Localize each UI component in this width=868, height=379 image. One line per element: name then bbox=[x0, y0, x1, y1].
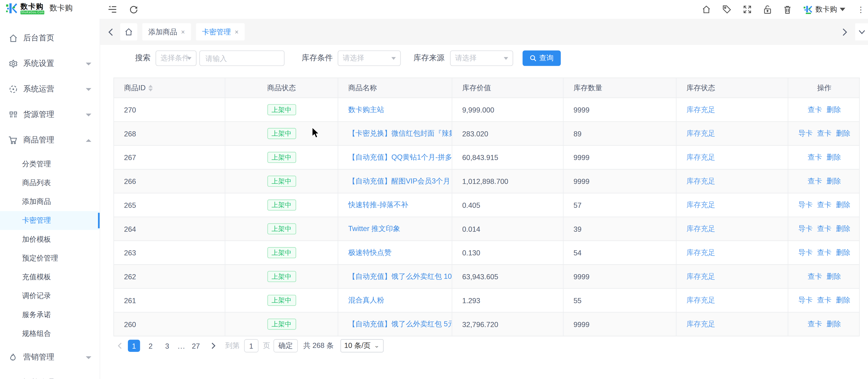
action-删除[interactable]: 删除 bbox=[836, 295, 850, 305]
page-button-27[interactable]: 27 bbox=[190, 340, 202, 352]
product-name-link[interactable]: 快速转推-掉落不补 bbox=[348, 200, 408, 210]
sidebar-item-系统运营[interactable]: 系统运营 bbox=[0, 77, 100, 102]
product-name-link[interactable]: 混合真人粉 bbox=[348, 295, 384, 305]
sidebar-subitem-服务承诺[interactable]: 服务承诺 bbox=[0, 305, 100, 324]
kebab-menu-icon[interactable]: ⋮ bbox=[857, 6, 865, 13]
product-id: 266 bbox=[124, 177, 136, 185]
action-删除[interactable]: 删除 bbox=[827, 176, 841, 186]
fullscreen-icon[interactable] bbox=[743, 5, 752, 14]
grid-boxes-icon bbox=[8, 110, 18, 119]
lock-icon[interactable] bbox=[763, 5, 772, 14]
chevron-down-icon bbox=[86, 113, 91, 116]
action-删除[interactable]: 删除 bbox=[836, 128, 850, 139]
action-删除[interactable]: 删除 bbox=[827, 272, 841, 282]
tabs-dropdown-button[interactable] bbox=[855, 23, 868, 40]
action-查卡[interactable]: 查卡 bbox=[817, 200, 831, 210]
page-button-3[interactable]: 3 bbox=[161, 340, 173, 352]
confirm-button[interactable]: 确定 bbox=[273, 339, 298, 352]
query-button[interactable]: 查询 bbox=[523, 50, 561, 66]
sidebar-subitem-添加商品[interactable]: 添加商品 bbox=[0, 192, 100, 211]
status-badge: 上架中 bbox=[267, 318, 296, 330]
action-删除[interactable]: 删除 bbox=[827, 152, 841, 163]
action-导卡[interactable]: 导卡 bbox=[798, 248, 813, 258]
action-查卡[interactable]: 查卡 bbox=[808, 152, 822, 163]
product-name-link[interactable]: 极速特快点赞 bbox=[348, 248, 391, 258]
product-name-link[interactable]: 【自动充值】QQ黄钻1个月-拼多... bbox=[348, 152, 452, 163]
page-button-1[interactable]: 1 bbox=[128, 340, 140, 352]
brand-logo[interactable]: 数卡购 ShuKaGou.Com 数卡购 bbox=[6, 2, 73, 14]
tag-icon[interactable] bbox=[722, 5, 731, 14]
sidebar-subitem-调价记录[interactable]: 调价记录 bbox=[0, 287, 100, 305]
action-查卡[interactable]: 查卡 bbox=[808, 319, 822, 329]
sidebar-item-营销管理[interactable]: 营销管理 bbox=[0, 345, 100, 370]
column-header-商品ID[interactable]: 商品ID bbox=[114, 78, 225, 98]
action-查卡[interactable]: 查卡 bbox=[817, 128, 831, 139]
action-导卡[interactable]: 导卡 bbox=[798, 295, 813, 305]
sidebar-item-后台首页[interactable]: 后台首页 bbox=[0, 26, 100, 51]
action-查卡[interactable]: 查卡 bbox=[817, 295, 831, 305]
product-name-link[interactable]: 【自动充值】饿了么外卖红包 5元 bbox=[348, 319, 452, 329]
sidebar-subitem-分类管理[interactable]: 分类管理 bbox=[0, 155, 100, 174]
action-查卡[interactable]: 查卡 bbox=[817, 248, 831, 258]
stock-condition-select[interactable]: 请选择 bbox=[338, 50, 401, 66]
tab-添加商品[interactable]: 添加商品× bbox=[142, 23, 191, 40]
submenu: 分类管理商品列表添加商品卡密管理加价模板预定价管理充值模板调价记录服务承诺规格组… bbox=[0, 155, 100, 343]
sidebar-subitem-充值模板[interactable]: 充值模板 bbox=[0, 268, 100, 287]
sort-icon[interactable] bbox=[148, 84, 153, 91]
product-name-link[interactable]: Twitter 推文印象 bbox=[348, 224, 400, 234]
sidebar-subitem-卡密管理[interactable]: 卡密管理 bbox=[0, 211, 100, 230]
action-删除[interactable]: 删除 bbox=[827, 319, 841, 329]
search-condition-select[interactable]: 选择条件 bbox=[155, 50, 196, 66]
tabs-back-icon[interactable] bbox=[108, 19, 114, 45]
page-size-select[interactable]: 10 条/页 ⌄ bbox=[340, 339, 383, 352]
tab-home[interactable] bbox=[120, 23, 137, 40]
action-查卡[interactable]: 查卡 bbox=[808, 272, 822, 282]
status-badge: 上架中 bbox=[267, 223, 296, 234]
sidebar-subitem-加价模板[interactable]: 加价模板 bbox=[0, 230, 100, 249]
product-name-link[interactable]: 数卡购主站 bbox=[348, 105, 384, 115]
close-icon[interactable]: × bbox=[181, 28, 185, 36]
action-导卡[interactable]: 导卡 bbox=[798, 128, 813, 139]
home-icon[interactable] bbox=[702, 5, 711, 14]
tab-卡密管理[interactable]: 卡密管理× bbox=[196, 23, 245, 40]
product-name-link[interactable]: 【自动充值】饿了么外卖红包 10... bbox=[348, 272, 452, 282]
status-badge: 上架中 bbox=[267, 128, 296, 139]
sidebar-nav: 后台首页系统设置系统运营货源管理商品管理分类管理商品列表添加商品卡密管理加价模板… bbox=[0, 19, 100, 379]
action-删除[interactable]: 删除 bbox=[827, 105, 841, 115]
sidebar-subitem-商品列表[interactable]: 商品列表 bbox=[0, 174, 100, 192]
sidebar-subitem-规格组合[interactable]: 规格组合 bbox=[0, 324, 100, 343]
action-查卡[interactable]: 查卡 bbox=[808, 176, 822, 186]
refresh-icon[interactable] bbox=[127, 0, 140, 19]
action-导卡[interactable]: 导卡 bbox=[798, 200, 813, 210]
dial-icon bbox=[8, 84, 18, 94]
product-name-link[interactable]: 【自动充值】醒图VIP会员3个月 bbox=[348, 176, 450, 186]
action-删除[interactable]: 删除 bbox=[836, 224, 850, 234]
cell: 32,796.720 bbox=[452, 313, 563, 336]
stock-status: 库存充足 bbox=[686, 272, 715, 282]
prev-page-icon[interactable] bbox=[114, 340, 126, 352]
product-id: 265 bbox=[124, 201, 136, 209]
stock-source-select[interactable]: 请选择 bbox=[450, 50, 513, 66]
product-name-link[interactable]: 【卡密兑换】微信红包封面『辣舞... bbox=[348, 128, 452, 139]
action-删除[interactable]: 删除 bbox=[836, 200, 850, 210]
search-input[interactable] bbox=[205, 54, 280, 63]
product-id: 263 bbox=[124, 249, 136, 257]
page-button-2[interactable]: 2 bbox=[145, 340, 157, 352]
collapse-menu-icon[interactable] bbox=[106, 0, 119, 19]
action-导卡[interactable]: 导卡 bbox=[798, 224, 813, 234]
sidebar-subitem-预定价管理[interactable]: 预定价管理 bbox=[0, 249, 100, 268]
action-查卡[interactable]: 查卡 bbox=[817, 224, 831, 234]
next-page-icon[interactable] bbox=[208, 340, 220, 352]
trash-icon[interactable] bbox=[783, 5, 792, 14]
sidebar-item-货源管理[interactable]: 货源管理 bbox=[0, 102, 100, 127]
close-icon[interactable]: × bbox=[235, 28, 239, 36]
action-删除[interactable]: 删除 bbox=[836, 248, 850, 258]
sidebar-item-订单管理[interactable]: 订单管理 bbox=[0, 370, 100, 379]
sidebar-item-商品管理[interactable]: 商品管理 bbox=[0, 127, 100, 153]
tabs-forward-icon[interactable] bbox=[842, 19, 847, 45]
sidebar-item-系统设置[interactable]: 系统设置 bbox=[0, 51, 100, 77]
goto-page-input[interactable]: 1 bbox=[244, 339, 258, 352]
cell: 上架中 bbox=[225, 241, 338, 264]
action-查卡[interactable]: 查卡 bbox=[808, 105, 822, 115]
user-menu[interactable]: 数卡购 bbox=[803, 4, 845, 14]
